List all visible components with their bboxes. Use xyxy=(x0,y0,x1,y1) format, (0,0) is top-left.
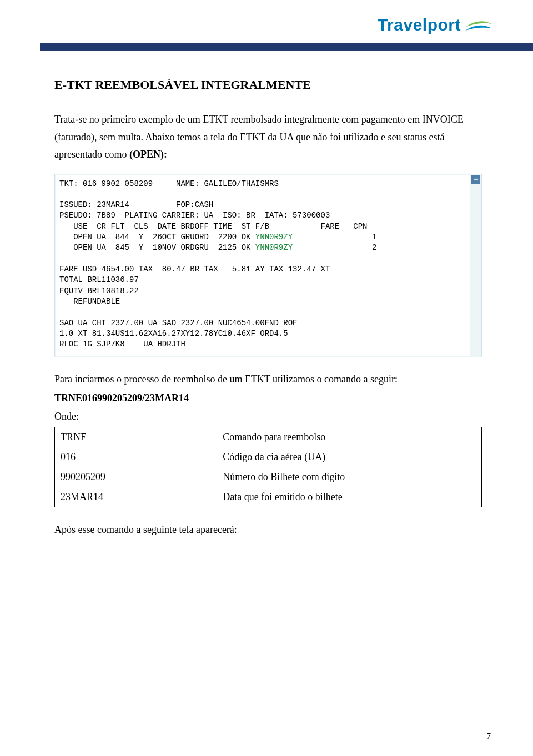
page-content: E-TKT REEMBOLSÁVEL INTEGRALMENTE Trata-s… xyxy=(0,78,533,536)
after-paragraph: Após esse comando a seguinte tela aparec… xyxy=(54,524,482,536)
def-val: Número do Bilhete com dígito xyxy=(217,467,482,487)
intro-text: Trata-se no primeiro exemplo de um ETKT … xyxy=(54,114,464,160)
def-key: TRNE xyxy=(55,427,217,447)
def-key: 016 xyxy=(55,447,217,467)
para-command-intro: Para inciarmos o processo de reembolso d… xyxy=(54,371,482,389)
intro-bold: (OPEN): xyxy=(129,149,167,160)
def-val: Data que foi emitido o bilhete xyxy=(217,487,482,507)
travelport-logo: Travelport xyxy=(378,16,493,34)
scroll-minus-icon[interactable]: − xyxy=(471,175,480,184)
header-bar xyxy=(40,43,533,51)
intro-paragraph: Trata-se no primeiro exemplo de um ETKT … xyxy=(54,111,482,164)
page-title: E-TKT REEMBOLSÁVEL INTEGRALMENTE xyxy=(54,78,482,92)
definition-table: TRNE Comando para reembolso 016 Código d… xyxy=(54,427,482,507)
def-key: 990205209 xyxy=(55,467,217,487)
table-row: TRNE Comando para reembolso xyxy=(55,427,482,447)
def-val: Código da cia aérea (UA) xyxy=(217,447,482,467)
logo-swoosh-icon xyxy=(464,16,493,34)
def-val: Comando para reembolso xyxy=(217,427,482,447)
table-row: 23MAR14 Data que foi emitido o bilhete xyxy=(55,487,482,507)
table-row: 990205209 Número do Bilhete com dígito xyxy=(55,467,482,487)
command-line: TRNE016990205209/23MAR14 xyxy=(54,392,482,404)
page-number: 7 xyxy=(486,732,491,742)
onde-label: Onde: xyxy=(54,411,482,422)
logo-text: Travelport xyxy=(378,16,461,34)
def-key: 23MAR14 xyxy=(55,487,217,507)
table-row: 016 Código da cia aérea (UA) xyxy=(55,447,482,467)
terminal-output: TKT: 016 9902 058209 NAME: GALILEO/THAIS… xyxy=(56,175,470,356)
terminal-panel: − TKT: 016 9902 058209 NAME: GALILEO/THA… xyxy=(54,174,482,357)
page-header: Travelport xyxy=(0,0,533,56)
